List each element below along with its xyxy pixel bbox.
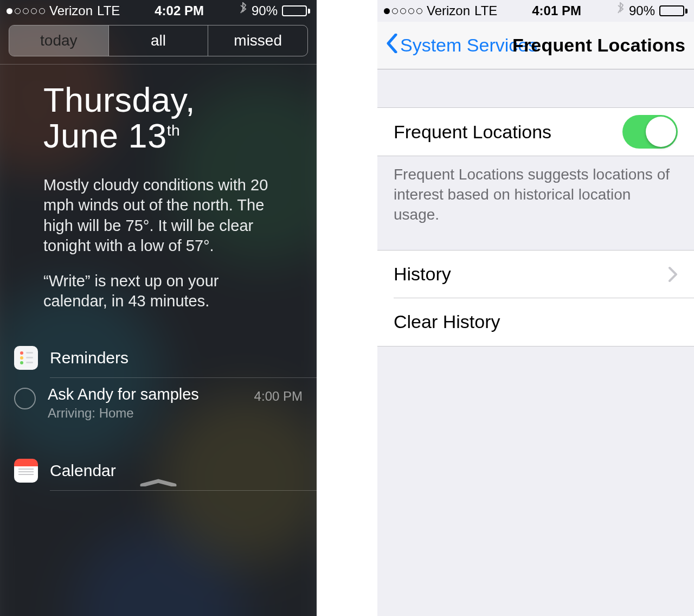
date-line-2: June 13th — [43, 118, 284, 153]
calendar-app-icon — [14, 459, 38, 483]
battery-icon — [282, 5, 310, 16]
clock-label: 4:02 PM — [155, 3, 204, 18]
tab-missed[interactable]: missed — [208, 25, 307, 56]
page-title: Frequent Locations — [512, 35, 685, 56]
reminder-subtitle: Arriving: Home — [48, 406, 242, 421]
navigation-bar: System Services Frequent Locations — [377, 22, 694, 69]
reminders-section: Reminders Ask Andy for samples Arriving:… — [0, 346, 317, 421]
settings-group-1: Frequent Locations — [377, 108, 694, 156]
frequent-locations-label: Frequent Locations — [394, 121, 551, 143]
battery-icon — [659, 5, 687, 16]
reminder-title: Ask Andy for samples — [48, 386, 242, 403]
frequent-locations-cell: Frequent Locations — [377, 108, 694, 156]
reminder-checkbox[interactable] — [14, 388, 36, 409]
tab-all[interactable]: all — [108, 25, 208, 56]
section-spacer — [377, 69, 694, 107]
clock-label: 4:01 PM — [532, 3, 581, 18]
battery-percent-label: 90% — [252, 3, 278, 18]
network-label: LTE — [474, 3, 497, 18]
frequent-locations-description: Frequent Locations suggests locations of… — [377, 156, 694, 225]
divider — [377, 346, 694, 347]
history-cell[interactable]: History — [377, 251, 694, 298]
clear-history-label: Clear History — [394, 311, 500, 332]
clear-history-cell[interactable]: Clear History — [377, 298, 694, 346]
grabber-handle-icon[interactable] — [139, 479, 177, 486]
battery-percent-label: 90% — [629, 3, 655, 18]
section-spacer — [377, 225, 694, 250]
reminder-item[interactable]: Ask Andy for samples Arriving: Home 4:00… — [0, 378, 317, 421]
weather-summary: Mostly cloudy conditions with 20 mph win… — [43, 175, 287, 255]
signal-dots-icon — [384, 8, 422, 14]
status-bar: Verizon LTE 4:01 PM 90% — [377, 0, 694, 22]
divider — [50, 490, 317, 491]
network-label: LTE — [97, 3, 120, 18]
chevron-right-icon — [668, 266, 678, 283]
today-summary: Mostly cloudy conditions with 20 mph win… — [0, 153, 317, 311]
status-bar: Verizon LTE 4:02 PM 90% — [0, 0, 317, 22]
notification-center-screen: Verizon LTE 4:02 PM 90% today all missed… — [0, 0, 317, 616]
carrier-label: Verizon — [427, 3, 470, 18]
reminders-title: Reminders — [50, 349, 128, 367]
bluetooth-icon — [239, 2, 247, 20]
today-date: Thursday, June 13th — [0, 65, 317, 153]
date-line-1: Thursday, — [43, 82, 284, 118]
reminder-time: 4:00 PM — [254, 389, 303, 404]
calendar-summary: “Write” is next up on your calendar, in … — [43, 271, 287, 311]
signal-dots-icon — [7, 8, 45, 14]
settings-frequent-locations-screen: Verizon LTE 4:01 PM 90% System Services … — [377, 0, 694, 616]
bluetooth-icon — [616, 2, 625, 20]
chevron-left-icon — [385, 34, 398, 57]
settings-group-2: History Clear History — [377, 251, 694, 346]
image-gap — [317, 0, 377, 616]
carrier-label: Verizon — [49, 3, 93, 18]
calendar-title: Calendar — [50, 461, 116, 480]
reminders-app-icon — [14, 346, 38, 370]
segmented-control[interactable]: today all missed — [9, 25, 308, 56]
frequent-locations-switch[interactable] — [622, 115, 678, 149]
history-label: History — [394, 264, 451, 285]
tab-today[interactable]: today — [9, 25, 108, 56]
